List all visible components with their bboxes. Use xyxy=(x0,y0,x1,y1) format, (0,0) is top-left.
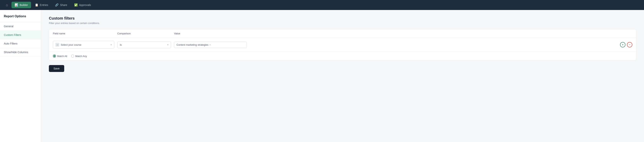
filter-row: ▭ Select your course ▾ Is ▾ Content mark… xyxy=(49,38,636,52)
match-all-radio[interactable] xyxy=(53,55,56,58)
filter-actions: + − xyxy=(620,42,632,47)
col-header-value: Value xyxy=(174,32,632,35)
page-title: Custom filters xyxy=(49,16,636,21)
value-field[interactable]: Content marketing strategies × xyxy=(174,42,247,48)
builder-icon: 📊 xyxy=(14,3,18,7)
match-any-radio[interactable] xyxy=(71,55,74,58)
sidebar-item-label-show-hide-columns: Show/Hide Columns xyxy=(4,51,28,54)
nav-label-builder: Builder xyxy=(20,4,28,7)
content-header: Custom filters Filter your entries based… xyxy=(49,16,636,25)
sidebar-item-label-auto-filters: Auto Filters xyxy=(4,42,18,45)
page-subtitle: Filter your entries based on certain con… xyxy=(49,22,636,25)
top-nav: ⌂ 📊 Builder 📋 Entries 🔗 Share ✅ Approval… xyxy=(0,0,644,10)
match-all-label: Match All xyxy=(57,55,67,58)
comparison-value: Is xyxy=(120,43,122,46)
nav-item-approvals[interactable]: ✅ Approvals xyxy=(71,2,94,8)
home-icon: ⌂ xyxy=(6,3,8,7)
comparison-chevron-icon: ▾ xyxy=(167,44,168,46)
sidebar-title: Report Options xyxy=(0,15,41,22)
match-row: Match All Match Any xyxy=(49,52,636,60)
filter-panel: Field name Comparison Value ▭ Select you… xyxy=(49,29,636,60)
comparison-select[interactable]: Is ▾ xyxy=(117,42,171,48)
match-any-label: Match Any xyxy=(75,55,87,58)
field-select-inner: ▭ Select your course xyxy=(56,43,109,47)
sidebar-item-label-general: General xyxy=(4,25,14,28)
share-icon: 🔗 xyxy=(55,3,59,7)
save-button[interactable]: Save xyxy=(49,65,64,72)
nav-label-approvals: Approvals xyxy=(79,4,91,7)
sidebar-item-label-custom-filters: Custom Filters xyxy=(4,33,21,37)
nav-item-share[interactable]: 🔗 Share xyxy=(52,2,70,8)
match-any-option[interactable]: Match Any xyxy=(71,55,87,58)
nav-label-entries: Entries xyxy=(40,4,48,7)
value-remove-icon[interactable]: × xyxy=(209,43,211,46)
nav-item-entries[interactable]: 📋 Entries xyxy=(32,2,51,8)
col-header-comparison: Comparison xyxy=(117,32,171,35)
field-name-select[interactable]: ▭ Select your course ▾ xyxy=(53,41,114,49)
nav-label-share: Share xyxy=(60,4,67,7)
field-name-value: Select your course xyxy=(61,43,82,46)
sidebar: Report Options General Custom Filters Au… xyxy=(0,10,41,142)
approvals-icon: ✅ xyxy=(74,3,78,7)
field-type-icon: ▭ xyxy=(56,43,59,47)
remove-filter-button[interactable]: − xyxy=(627,42,632,47)
main-layout: Report Options General Custom Filters Au… xyxy=(0,10,644,142)
content-area: Custom filters Filter your entries based… xyxy=(41,10,644,142)
value-text: Content marketing strategies xyxy=(176,43,208,46)
sidebar-item-show-hide-columns[interactable]: Show/Hide Columns xyxy=(0,48,41,57)
match-all-option[interactable]: Match All xyxy=(53,55,67,58)
sidebar-item-custom-filters[interactable]: Custom Filters xyxy=(0,31,41,39)
sidebar-item-general[interactable]: General xyxy=(0,22,41,31)
nav-item-builder[interactable]: 📊 Builder xyxy=(12,2,31,8)
value-tag: Content marketing strategies × xyxy=(176,43,211,46)
add-filter-button[interactable]: + xyxy=(620,42,626,47)
entries-icon: 📋 xyxy=(35,3,38,7)
sidebar-item-auto-filters[interactable]: Auto Filters xyxy=(0,39,41,48)
col-header-field-name: Field name xyxy=(53,32,114,35)
home-button[interactable]: ⌂ xyxy=(3,1,11,9)
field-chevron-icon: ▾ xyxy=(110,44,112,46)
filter-panel-header: Field name Comparison Value xyxy=(49,29,636,38)
